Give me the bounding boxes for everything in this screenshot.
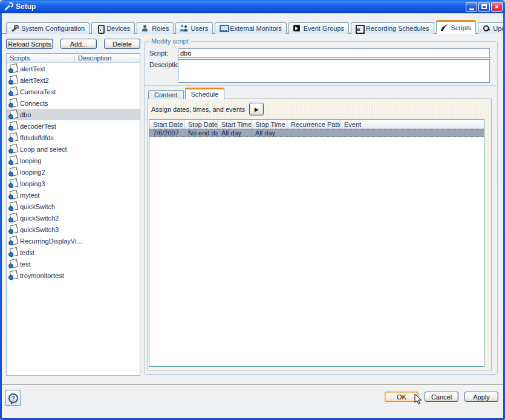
content-schedule-tabstrip: Content Schedule	[148, 88, 226, 99]
inner-tab[interactable]: Content	[148, 90, 184, 99]
script-list-item[interactable]: quickSwitch3	[7, 224, 140, 235]
col-recurrence-pattern[interactable]: Recurrence Pattern	[287, 120, 340, 129]
col-stop-date[interactable]: Stop Date	[184, 120, 218, 129]
inner-tab[interactable]: Schedule	[185, 88, 225, 99]
script-list-item[interactable]: alertText	[7, 63, 140, 74]
delete-script-button[interactable]: Delete	[104, 39, 140, 49]
script-name-input[interactable]	[178, 48, 490, 58]
script-list-item[interactable]: alertText2	[7, 74, 140, 86]
script-icon	[8, 190, 18, 199]
footer-separator	[2, 384, 503, 386]
assign-button[interactable]	[249, 103, 264, 115]
dialog-body: System Configuration Devices Roles Users	[2, 13, 503, 418]
schedule-table: Start Date Stop Date Start Time Stop Tim…	[149, 119, 484, 367]
tab-label: Update Software	[493, 25, 503, 32]
main-tab[interactable]: Users	[175, 22, 213, 34]
scripts-list-header[interactable]: Scripts Description	[7, 54, 140, 63]
script-list-item[interactable]: test	[7, 258, 140, 270]
tab-label: Devices	[106, 25, 130, 32]
script-list-item[interactable]: CameraTest	[7, 86, 140, 97]
script-icon	[8, 121, 18, 131]
col-event[interactable]: Event	[340, 120, 484, 129]
script-name: quickSwitch3	[20, 226, 59, 233]
description-input[interactable]	[178, 59, 490, 83]
cell-start-date: 7/6/2007	[149, 129, 184, 137]
main-tab[interactable]: Update Software	[478, 22, 503, 34]
cancel-button[interactable]: Cancel	[425, 392, 458, 402]
close-button[interactable]: ×	[491, 2, 503, 12]
minimize-button[interactable]	[466, 2, 477, 12]
description-column-header[interactable]: Description	[75, 54, 140, 62]
script-icon	[8, 259, 18, 268]
schedule-table-header[interactable]: Start Date Stop Date Start Time Stop Tim…	[149, 120, 484, 129]
script-list-item[interactable]: decoderTest	[7, 120, 140, 132]
script-list-item[interactable]: looping2	[7, 166, 140, 178]
script-name: troymonitortest	[20, 272, 64, 279]
main-tab[interactable]: Event Groups	[288, 22, 349, 34]
script-list-item[interactable]: Connects	[7, 97, 140, 109]
apply-button[interactable]: Apply	[464, 392, 498, 402]
maximize-icon	[481, 4, 487, 9]
col-start-date[interactable]: Start Date	[149, 120, 184, 129]
tab-label: Recording Schedules	[366, 25, 429, 32]
script-list-item[interactable]: troymonitortest	[7, 270, 140, 281]
ok-button[interactable]: OK	[385, 392, 419, 402]
script-field-label: Script:	[149, 50, 168, 57]
tab-label: Roles	[152, 25, 169, 32]
script-list-item[interactable]: RecurringDisplayVi...	[7, 235, 140, 247]
wrench-icon	[4, 2, 13, 11]
script-list-item[interactable]: Loop and select	[7, 143, 140, 155]
script-name: Loop and select	[20, 146, 67, 153]
inner-tab-label: Content	[154, 91, 178, 99]
main-tab[interactable]: Roles	[137, 22, 174, 34]
reload-scripts-button[interactable]: Reload Scripts	[6, 39, 53, 49]
scripts-column-header[interactable]: Scripts	[7, 54, 75, 62]
script-name: test	[20, 260, 31, 268]
script-name: looping3	[20, 180, 45, 187]
script-icon	[8, 271, 18, 280]
tab-label: External Monitors	[230, 25, 282, 32]
col-start-time[interactable]: Start Time	[218, 120, 252, 129]
close-icon: ×	[495, 4, 498, 10]
schedule-row[interactable]: 7/6/2007 No end date All day All day	[149, 129, 484, 137]
main-tab[interactable]: Devices	[91, 22, 135, 34]
script-icon	[8, 236, 18, 245]
script-name: looping	[20, 157, 41, 164]
script-list-item[interactable]: ffdsdsffdfds	[7, 132, 140, 143]
script-list-item[interactable]: dbo	[7, 109, 140, 120]
main-tabstrip: System Configuration Devices Roles Users	[6, 20, 503, 34]
script-list-item[interactable]: mytest	[7, 189, 140, 201]
script-icon	[8, 248, 18, 257]
script-name: ffdsdsffdfds	[20, 134, 54, 141]
main-tab[interactable]: Recording Schedules	[351, 22, 434, 34]
script-icon	[8, 133, 18, 142]
group-separator	[145, 85, 497, 86]
script-list-item[interactable]: looping3	[7, 178, 140, 189]
script-list-item[interactable]: tedst	[7, 247, 140, 258]
script-icon	[8, 156, 18, 165]
cell-recurrence-pattern	[287, 129, 340, 137]
script-icon	[8, 179, 18, 188]
titlebar[interactable]: Setup ×	[0, 0, 505, 13]
footer-buttons: OK Cancel Apply	[385, 392, 498, 402]
main-tab[interactable]: External Monitors	[215, 22, 287, 34]
script-list-item[interactable]: quickSwitch2	[7, 212, 140, 224]
script-name: quickSwitch	[20, 203, 55, 210]
script-icon	[8, 99, 18, 108]
script-name: RecurringDisplayVi...	[20, 237, 82, 245]
script-icon	[8, 213, 18, 222]
col-stop-time[interactable]: Stop Time	[252, 120, 287, 129]
maximize-button[interactable]	[478, 2, 490, 12]
assign-label: Assign dates, times, and events	[151, 106, 245, 113]
script-list-item[interactable]: quickSwitch	[7, 201, 140, 212]
add-script-button[interactable]: Add...	[60, 39, 97, 49]
script-list-item[interactable]: looping	[7, 155, 140, 166]
script-icon	[8, 202, 18, 211]
users-icon	[180, 25, 188, 32]
main-tab[interactable]: System Configuration	[6, 22, 90, 34]
help-button[interactable]: ?	[5, 390, 21, 406]
group-label: Modify script	[149, 37, 191, 45]
main-tab[interactable]: Scripts	[436, 20, 477, 34]
window-title: Setup	[16, 2, 466, 11]
scripts-icon	[441, 24, 449, 31]
